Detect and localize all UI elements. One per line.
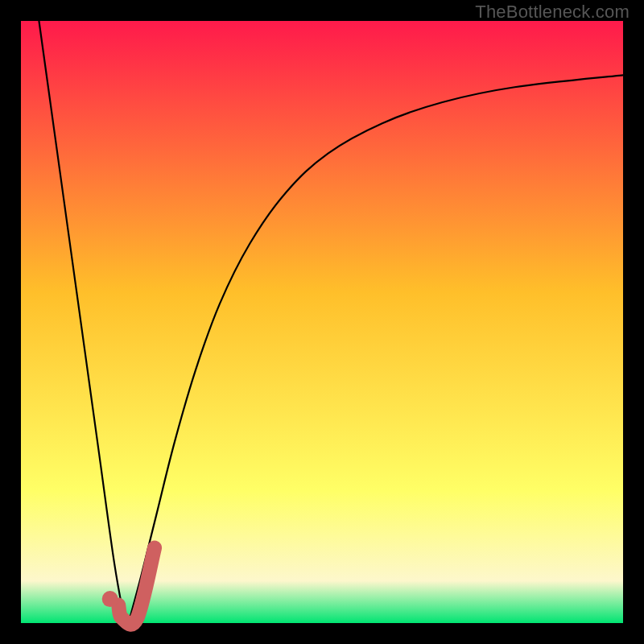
attribution-text: TheBottleneck.com — [475, 2, 630, 23]
marker-dot — [102, 591, 118, 607]
chart-stage: { "attribution": "TheBottleneck.com", "c… — [0, 0, 644, 644]
bottleneck-plot — [0, 0, 644, 644]
gradient-background — [21, 21, 623, 623]
